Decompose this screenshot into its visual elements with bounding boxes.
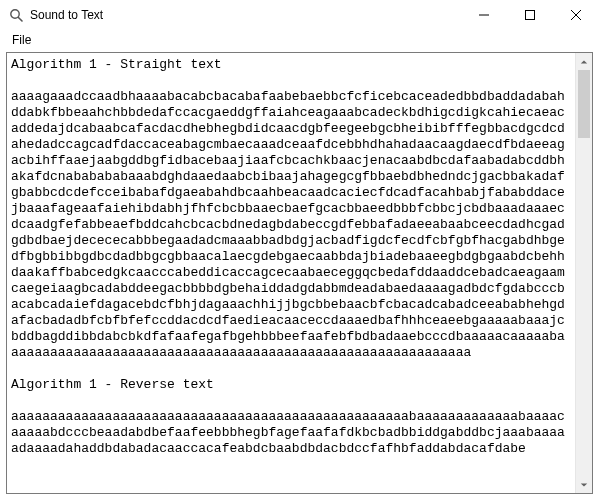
maximize-button[interactable] bbox=[507, 0, 553, 30]
vertical-scrollbar[interactable] bbox=[575, 53, 592, 493]
app-icon bbox=[8, 7, 24, 23]
close-button[interactable] bbox=[553, 0, 599, 30]
scroll-down-button[interactable] bbox=[576, 476, 592, 493]
svg-rect-3 bbox=[526, 11, 535, 20]
text-pane: Algorithm 1 - Straight text aaaagaaadcca… bbox=[6, 52, 593, 494]
menubar: File bbox=[0, 30, 599, 50]
output-text[interactable]: Algorithm 1 - Straight text aaaagaaadcca… bbox=[7, 53, 575, 493]
titlebar: Sound to Text bbox=[0, 0, 599, 30]
window-title: Sound to Text bbox=[30, 8, 103, 22]
window-controls bbox=[461, 0, 599, 30]
scroll-up-button[interactable] bbox=[576, 53, 592, 70]
minimize-button[interactable] bbox=[461, 0, 507, 30]
menu-file[interactable]: File bbox=[6, 31, 37, 49]
svg-line-1 bbox=[18, 17, 22, 21]
scroll-thumb[interactable] bbox=[578, 70, 590, 138]
